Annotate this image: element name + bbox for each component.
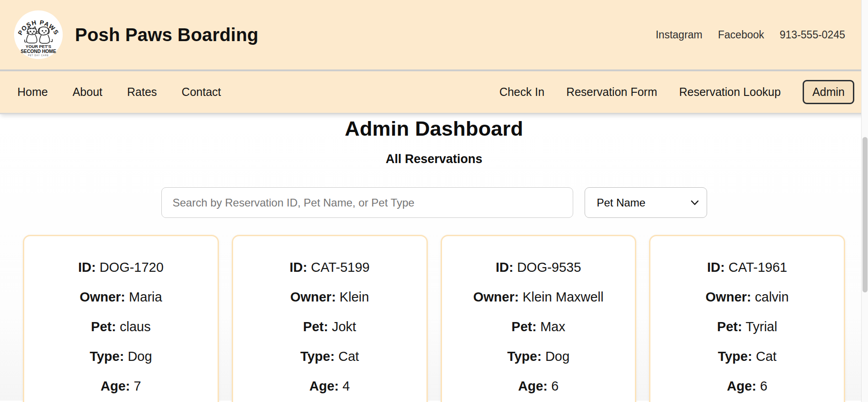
svg-text:PET DAY CARE: PET DAY CARE xyxy=(28,54,49,57)
brand-title: Posh Paws Boarding xyxy=(75,25,258,45)
reservation-owner: Owner: Klein Maxwell xyxy=(450,290,627,304)
site-header: POSH PAWS xyxy=(0,0,868,71)
page-title: Admin Dashboard xyxy=(0,114,868,141)
reservation-pet: Pet: Jokt xyxy=(241,319,418,334)
nav-item-home[interactable]: Home xyxy=(17,85,48,99)
reservation-type: Type: Cat xyxy=(241,349,418,364)
reservation-card: ID: CAT-1961 Owner: calvin Pet: Tyrial T… xyxy=(649,235,845,402)
vertical-scrollbar[interactable] xyxy=(861,0,868,402)
reservation-type: Type: Dog xyxy=(450,349,627,364)
reservation-owner: Owner: Klein xyxy=(241,290,418,304)
scrollbar-thumb[interactable] xyxy=(863,137,868,292)
reservation-id: ID: DOG-9535 xyxy=(450,260,627,275)
reservation-id: ID: CAT-1961 xyxy=(659,260,836,275)
facebook-link[interactable]: Facebook xyxy=(718,29,764,41)
reservation-card: ID: DOG-9535 Owner: Klein Maxwell Pet: M… xyxy=(441,235,637,402)
reservation-pet: Pet: Max xyxy=(450,319,627,334)
admin-dashboard-main: Admin Dashboard All Reservations Pet Nam… xyxy=(0,114,868,401)
nav-item-about[interactable]: About xyxy=(73,85,102,99)
header-links: Instagram Facebook 913-555-0245 xyxy=(655,29,845,41)
reservation-age: Age: 4 xyxy=(241,379,418,393)
sort-select-wrap: Pet Name xyxy=(585,187,707,218)
svg-text:SECOND HOME: SECOND HOME xyxy=(21,49,56,54)
posh-paws-logo: POSH PAWS xyxy=(13,9,64,60)
main-nav: Home About Rates Contact Check In Reserv… xyxy=(0,71,868,114)
reservation-owner: Owner: calvin xyxy=(659,290,836,304)
sort-by-select[interactable]: Pet Name xyxy=(585,187,707,218)
reservation-search-input[interactable] xyxy=(161,187,573,218)
reservation-pet: Pet: Tyrial xyxy=(659,319,836,334)
nav-item-check-in[interactable]: Check In xyxy=(499,85,544,99)
page-subtitle: All Reservations xyxy=(0,152,868,166)
page: POSH PAWS xyxy=(0,0,868,402)
nav-item-rates[interactable]: Rates xyxy=(127,85,157,99)
nav-item-contact[interactable]: Contact xyxy=(181,85,221,99)
reservation-age: Age: 6 xyxy=(450,379,627,393)
instagram-link[interactable]: Instagram xyxy=(655,29,702,41)
reservation-type: Type: Dog xyxy=(32,349,209,364)
reservation-pet: Pet: claus xyxy=(32,319,209,334)
reservation-card: ID: DOG-1720 Owner: Maria Pet: claus Typ… xyxy=(23,235,219,402)
reservation-card-list: ID: DOG-1720 Owner: Maria Pet: claus Typ… xyxy=(0,235,868,402)
reservation-id: ID: DOG-1720 xyxy=(32,260,209,275)
svg-text:YOUR PET'S: YOUR PET'S xyxy=(26,44,51,49)
logo-graphic: POSH PAWS xyxy=(13,9,64,60)
reservation-id: ID: CAT-5199 xyxy=(241,260,418,275)
nav-item-admin-active[interactable]: Admin xyxy=(803,80,854,104)
reservation-age: Age: 7 xyxy=(32,379,209,393)
filter-row: Pet Name xyxy=(0,187,868,218)
nav-item-reservation-lookup[interactable]: Reservation Lookup xyxy=(679,85,781,99)
phone-number: 913-555-0245 xyxy=(780,29,845,41)
reservation-owner: Owner: Maria xyxy=(32,290,209,304)
nav-item-reservation-form[interactable]: Reservation Form xyxy=(566,85,657,99)
reservation-card: ID: CAT-5199 Owner: Klein Pet: Jokt Type… xyxy=(232,235,428,402)
nav-left-group: Home About Rates Contact xyxy=(17,85,221,99)
nav-right-group: Check In Reservation Form Reservation Lo… xyxy=(499,80,854,104)
reservation-age: Age: 6 xyxy=(659,379,836,393)
reservation-type: Type: Cat xyxy=(659,349,836,364)
